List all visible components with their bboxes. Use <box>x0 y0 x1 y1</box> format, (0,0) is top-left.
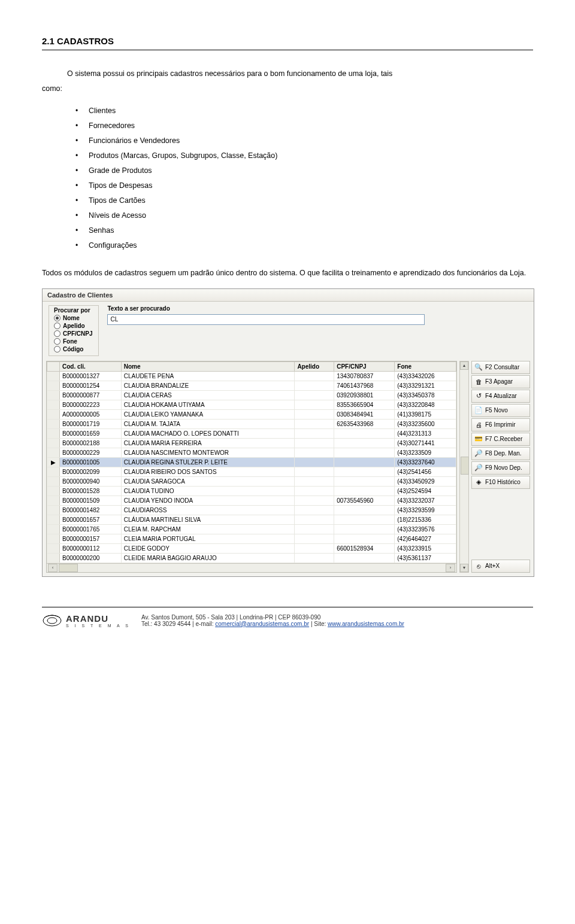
radio-icon <box>54 346 60 352</box>
brand-logo: ARANDU S I S T E M A S <box>42 613 131 628</box>
f3-apagar-button[interactable]: 🗑F3 Apagar <box>471 375 530 388</box>
row-marker <box>47 390 60 400</box>
table-row[interactable]: B0000001327CLAUDETE PENA13430780837(43)3… <box>47 371 456 381</box>
column-header[interactable]: Cod. cli. <box>60 361 122 371</box>
table-row[interactable]: B0000001765CLEIA M. RAPCHAM(43)33239576 <box>47 524 456 534</box>
cell-cod: B0000001657 <box>60 515 122 524</box>
radio-icon <box>54 330 60 337</box>
cell-cod: B0000001528 <box>60 486 122 496</box>
row-marker <box>47 486 60 496</box>
search-by-option-fone[interactable]: Fone <box>54 338 92 345</box>
cell-cod: B0000001719 <box>60 419 122 428</box>
cell-apelido <box>295 390 334 400</box>
column-header[interactable]: Apelido <box>295 361 334 371</box>
cell-fone: (43)33232037 <box>395 496 456 505</box>
cell-apelido <box>295 476 334 486</box>
cell-apelido <box>295 448 334 457</box>
exit-icon: ⎋ <box>474 562 483 570</box>
cell-cod: B0000001327 <box>60 371 122 381</box>
table-row[interactable]: B0000000940CLAUDIA SARAGOCA(43)33450929 <box>47 476 456 486</box>
radio-label: Apelido <box>63 322 85 330</box>
table-row[interactable]: B0000002099CLAUDIA RIBEIRO DOS SANTOS(43… <box>47 467 456 476</box>
f2-consultar-button[interactable]: 🔍F2 Consultar <box>471 361 530 374</box>
cell-fone: (43)3233915 <box>395 543 456 553</box>
column-header[interactable]: Nome <box>121 361 295 371</box>
como-label: como: <box>42 82 533 96</box>
cell-fone: (18)2215336 <box>395 515 456 524</box>
cell-nome: CLAUDIA TUDINO <box>121 486 295 496</box>
table-row[interactable]: B0000001659CLAUDIA MACHADO O. LOPES DONA… <box>47 428 456 438</box>
cell-cpf: 03083484941 <box>334 409 395 419</box>
column-header[interactable]: Fone <box>395 361 456 371</box>
f7-c-receber-button[interactable]: 💳F7 C.Receber <box>471 433 530 446</box>
cell-nome: CLAUDIA MACHADO O. LOPES DONATTI <box>121 428 295 438</box>
table-row[interactable]: B0000000200CLEIDE MARIA BAGGIO ARAUJO(43… <box>47 553 456 563</box>
radio-icon <box>54 338 60 345</box>
scroll-up-icon[interactable]: ▴ <box>460 361 468 370</box>
vertical-scrollbar[interactable]: ▴ ▾ <box>459 361 469 573</box>
row-marker <box>47 381 60 390</box>
button-label: F5 Novo <box>485 407 508 414</box>
cell-apelido <box>295 457 334 467</box>
table-row[interactable]: B0000001254CLAUDIA BRANDALIZE74061437968… <box>47 381 456 390</box>
cell-fone: (43)33432026 <box>395 371 456 381</box>
cell-cpf <box>334 428 395 438</box>
scroll-down-icon[interactable]: ▾ <box>460 564 468 572</box>
footer-site-link[interactable]: www.arandusistemas.com.br <box>328 621 404 627</box>
table-row[interactable]: B0000000229CLAUDIA NASCIMENTO MONTEWOR(4… <box>47 448 456 457</box>
cell-fone: (44)3231313 <box>395 428 456 438</box>
cell-fone: (43)2541456 <box>395 467 456 476</box>
cell-cpf <box>334 505 395 515</box>
column-header[interactable]: CPF/CNPJ <box>334 361 395 371</box>
table-row[interactable]: ▶B0000001005CLAUDIA REGINA STULZER P. LE… <box>47 457 456 467</box>
table-row[interactable]: A0000000005CLAUDIA LEIKO YAMANAKA0308348… <box>47 409 456 419</box>
search-input[interactable] <box>107 314 425 325</box>
search-by-option-nome[interactable]: Nome <box>54 314 92 322</box>
bullet-item: Funcionários e Vendedores <box>75 133 533 148</box>
table-row[interactable]: B0000002188CLAUDIA MARIA FERREIRA(43)302… <box>47 438 456 448</box>
cell-cod: B0000002188 <box>60 438 122 448</box>
cell-cod: B0000001005 <box>60 457 122 467</box>
f9-novo-dep--button[interactable]: 🔎F9 Novo Dep. <box>471 461 530 475</box>
results-grid[interactable]: Cod. cli.NomeApelidoCPF/CNPJFone B000000… <box>46 361 457 573</box>
cell-apelido <box>295 428 334 438</box>
table-row[interactable]: B0000001509CLAUDIA YENDO INODA0073554596… <box>47 496 456 505</box>
cell-nome: CLAUDIA M. TAJATA <box>121 419 295 428</box>
horizontal-scrollbar[interactable]: ‹ › <box>47 563 456 572</box>
footer-email-link[interactable]: comercial@arandusistemas.com.br <box>215 621 309 627</box>
table-row[interactable]: B0000000112CLEIDE GODOY66001528934(43)32… <box>47 543 456 553</box>
bullet-item: Clientes <box>75 104 533 118</box>
bullet-item: Configurações <box>75 238 533 253</box>
table-row[interactable]: B0000001528CLAUDIA TUDINO(43)2524594 <box>47 486 456 496</box>
cell-nome: CLAUDIA MARIA FERREIRA <box>121 438 295 448</box>
cell-nome: CLAUDIA LEIKO YAMANAKA <box>121 409 295 419</box>
row-marker <box>47 505 60 515</box>
cell-cod: B0000001765 <box>60 524 122 534</box>
search-by-option-cpf-cnpj[interactable]: CPF/CNPJ <box>54 330 92 338</box>
f5-novo-button[interactable]: 📄F5 Novo <box>471 404 530 417</box>
f8-dep-man--button[interactable]: 🔎F8 Dep. Man. <box>471 447 530 460</box>
f6-imprimir-button[interactable]: 🖨F6 Imprimir <box>471 418 530 431</box>
cell-cod: B0000001254 <box>60 381 122 390</box>
table-row[interactable]: B0000001719CLAUDIA M. TAJATA62635433968(… <box>47 419 456 428</box>
table-row[interactable]: B0000002223CLAUDIA HOKAMA UTIYAMA8355366… <box>47 400 456 409</box>
table-row[interactable]: B0000001482CLAUDIAROSS(43)33293599 <box>47 505 456 515</box>
bullet-item: Tipos de Cartões <box>75 193 533 208</box>
table-row[interactable]: B0000000877CLAUDIA CERAS03920938801(43)3… <box>47 390 456 400</box>
scroll-thumb[interactable] <box>59 564 78 572</box>
f4-atualizar-button[interactable]: ↺F4 Atualizar <box>471 390 530 403</box>
alt-x-button[interactable]: ⎋Alt+X <box>471 560 530 573</box>
cell-cpf <box>334 476 395 486</box>
scroll-right-icon[interactable]: › <box>446 564 455 572</box>
f10-hist-rico-button[interactable]: ◈F10 Histórico <box>471 476 530 489</box>
search-by-option-c-digo[interactable]: Código <box>54 345 92 353</box>
radio-icon <box>54 315 60 321</box>
table-row[interactable]: B0000000157CLEIA MARIA PORTUGAL(42)64640… <box>47 534 456 543</box>
table-row[interactable]: B0000001657CLÁUDIA MARTINELI SILVA(18)22… <box>47 515 456 524</box>
cell-cpf: 13430780837 <box>334 371 395 381</box>
vscroll-thumb[interactable] <box>461 457 469 475</box>
cell-fone: (43)33220848 <box>395 400 456 409</box>
scroll-left-icon[interactable]: ‹ <box>48 564 58 572</box>
search-by-option-apelido[interactable]: Apelido <box>54 322 92 330</box>
cell-nome: CLAUDIA YENDO INODA <box>121 496 295 505</box>
